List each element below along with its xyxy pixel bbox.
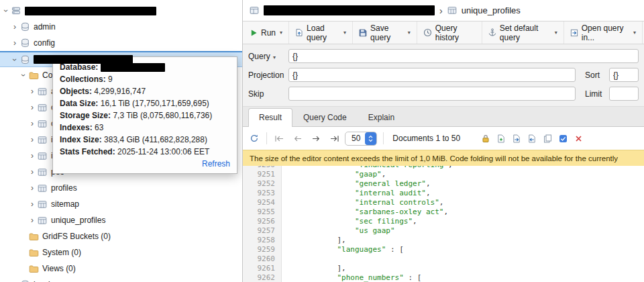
connection-row[interactable]: › (0, 3, 242, 19)
stat-row: Stats Fetched: 2025-11-24 13:00:06 EET (60, 146, 230, 158)
chevron-right-icon[interactable]: › (28, 200, 37, 208)
button-label: Open query in... (582, 23, 629, 42)
stat-value: 383,4 GiB (411,682,828,288) (104, 135, 207, 144)
chevron-down-icon: ▾ (408, 30, 411, 36)
database-icon (19, 22, 30, 32)
app-window: ››admin›config››Colle›ad›co›co›int›int›p… (0, 0, 644, 282)
set-default-query-button[interactable]: Set default query▾ (482, 21, 564, 44)
tab-query-code[interactable]: Query Code (292, 108, 358, 126)
last-page-icon[interactable] (328, 134, 341, 144)
limit-input[interactable] (609, 87, 639, 101)
chevron-right-icon[interactable]: › (28, 184, 37, 192)
select-documents-icon[interactable] (556, 132, 570, 145)
chevron-down-icon: ▾ (280, 30, 282, 36)
document-actions (479, 132, 585, 145)
code-line: 9258 ], (243, 236, 644, 245)
skip-input[interactable] (288, 87, 576, 101)
redacted-database-name (101, 63, 165, 72)
tree-item-gridfs-buckets[interactable]: ›GridFS Buckets (0) (0, 228, 242, 244)
code-line: 9261 ], (243, 264, 644, 273)
chevron-right-icon[interactable]: › (28, 168, 37, 176)
prev-page-icon[interactable] (292, 134, 304, 144)
tree-item-system[interactable]: ›System (0) (0, 244, 242, 261)
first-page-icon[interactable] (273, 134, 286, 144)
tree-item-sitemap[interactable]: ›sitemap (0, 196, 242, 212)
next-page-icon[interactable] (310, 134, 322, 144)
tree-item-admin[interactable]: ›admin (0, 19, 242, 35)
query-panel: › unique_profiles Run▾Load query▾Save qu… (243, 0, 644, 282)
chevron-down-icon[interactable]: › (11, 55, 19, 64)
chevron-right-icon[interactable]: › (28, 152, 37, 160)
tree-item-label: System (0) (42, 248, 81, 257)
chevron-down-icon: ▾ (343, 30, 346, 36)
add-document-icon[interactable] (494, 132, 508, 145)
button-label: Load query (307, 23, 339, 42)
stat-label: Database: (60, 62, 98, 72)
collection-icon (447, 6, 457, 15)
stat-label: Storage Size: (60, 111, 111, 120)
delete-document-icon[interactable] (572, 132, 585, 145)
refresh-link[interactable]: Refresh (60, 158, 230, 170)
query-label-text: Query (248, 52, 270, 61)
tree-item-local[interactable]: ›local (0, 277, 242, 282)
stat-value: 16,1 TiB (17,750,171,659,695) (101, 99, 209, 108)
stat-row: Objects: 4,299,916,747 (60, 85, 230, 97)
line-number: 9262 (243, 273, 282, 282)
copy-document-icon[interactable] (541, 132, 554, 145)
tree-item-views[interactable]: ›Views (0) (0, 261, 242, 277)
result-editor[interactable]: 9250 "financial reporting",9251 "gaap",9… (243, 166, 644, 282)
query-history-button[interactable]: Query history (417, 21, 482, 44)
tree-item-profiles[interactable]: ›profiles (0, 180, 242, 196)
chevron-down-icon[interactable]: › (19, 70, 28, 80)
editor-size-warning: The size of the editor content exceeds t… (243, 150, 644, 166)
line-number: 9251 (243, 170, 282, 179)
tab-result[interactable]: Result (248, 108, 292, 127)
server-icon (11, 6, 21, 15)
refresh-icon[interactable] (248, 132, 260, 144)
export-document-icon[interactable] (510, 132, 523, 145)
tab-explain[interactable]: Explain (358, 108, 405, 126)
import-document-icon[interactable] (525, 132, 539, 145)
code-line: 9251 "gaap", (243, 170, 644, 179)
code-line: 9259 "languages" : [ (243, 245, 644, 254)
save-query-button[interactable]: Save query▾ (353, 21, 417, 44)
projection-input[interactable] (288, 68, 576, 82)
query-input[interactable] (288, 49, 639, 63)
table-icon (250, 6, 259, 15)
code-text: ], (282, 236, 346, 245)
tree-item-config[interactable]: ›config (0, 35, 242, 51)
page-size-select[interactable]: 50 (345, 132, 377, 146)
stat-row: Indexes: 63 (60, 122, 230, 134)
code-line: 9255 "sarbanes-oxley act", (243, 207, 644, 217)
stat-value: 7,3 TiB (8,075,680,116,736) (113, 111, 212, 120)
documents-count: Documents 1 to 50 (392, 134, 460, 143)
chevron-right-icon[interactable]: › (28, 87, 37, 95)
sort-input[interactable] (609, 68, 639, 82)
code-line: 9262 "phone_numbers" : [ (243, 273, 644, 282)
load-query-button[interactable]: Load query▾ (289, 21, 353, 44)
code-line: 9252 "general ledger", (243, 179, 644, 189)
projection-sort-row: Projection Sort (248, 68, 639, 82)
line-number: 9252 (243, 179, 282, 189)
open-query-in-button[interactable]: Open query in...▾ (564, 21, 643, 44)
breadcrumb-collection[interactable]: unique_profiles (462, 5, 521, 15)
collection-icon (37, 152, 48, 160)
folder-icon (28, 71, 39, 80)
page-size-value: 50 (352, 134, 360, 143)
sort-label: Sort (585, 70, 609, 80)
chevron-down-icon[interactable]: › (2, 6, 10, 15)
chevron-right-icon[interactable]: › (10, 39, 19, 47)
chevron-right-icon[interactable]: › (28, 120, 37, 128)
lock-icon[interactable] (479, 132, 492, 145)
folder-icon (28, 265, 39, 273)
chevron-right-icon[interactable]: › (28, 136, 37, 144)
tree-item-unique-profiles[interactable]: ›unique_profiles (0, 212, 242, 228)
code-text (282, 254, 284, 264)
chevron-right-icon[interactable]: › (10, 23, 19, 31)
query-label[interactable]: Query ▾ (248, 52, 288, 61)
chevron-right-icon[interactable]: › (28, 103, 37, 111)
run-button[interactable]: Run▾ (244, 21, 289, 44)
chevron-right-icon[interactable]: › (28, 216, 37, 224)
code-text: "phone_numbers" : [ (282, 273, 421, 282)
stat-row: Data Size: 16,1 TiB (17,750,171,659,695) (60, 97, 230, 109)
